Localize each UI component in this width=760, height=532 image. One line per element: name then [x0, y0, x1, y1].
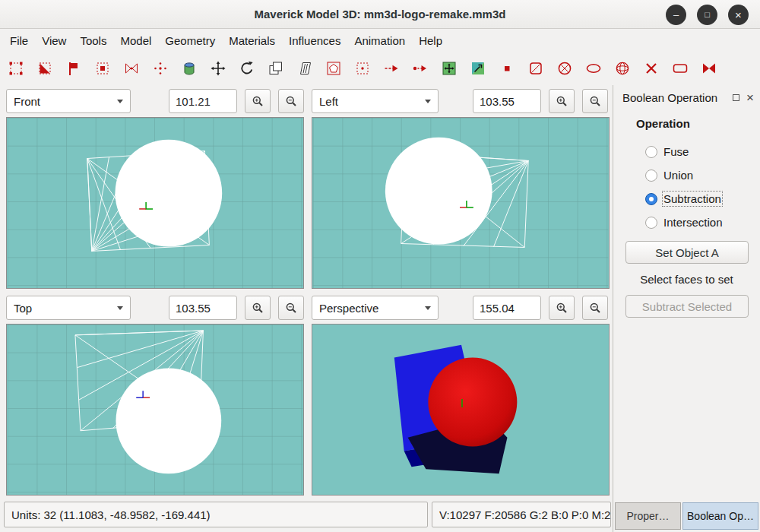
title-bar[interactable]: Maverick Model 3D: mm3d-logo-remake.mm3d…: [0, 0, 760, 29]
view-select-top[interactable]: Top: [6, 296, 131, 320]
menu-file[interactable]: File: [3, 31, 35, 50]
viewport-canvas-left[interactable]: [312, 117, 610, 289]
select-faces-icon[interactable]: [35, 59, 54, 78]
subtract-selected-button[interactable]: Subtract Selected: [625, 295, 749, 318]
undock-icon[interactable]: [733, 94, 739, 101]
chevron-down-icon: [425, 100, 431, 103]
radio-circle-checked-icon: [645, 193, 657, 205]
radio-circle-icon: [645, 169, 657, 182]
view-select-front[interactable]: Front: [6, 89, 131, 113]
menu-model[interactable]: Model: [113, 31, 158, 50]
view-select-perspective-value: Perspective: [319, 302, 378, 315]
shear-tool-icon[interactable]: [295, 59, 314, 78]
menu-help[interactable]: Help: [412, 31, 449, 50]
edge-turn-tool-icon[interactable]: [410, 59, 429, 78]
select-vertices-icon[interactable]: [6, 59, 25, 78]
zoom-out-icon: [589, 302, 601, 314]
zoom-in-icon: [556, 302, 568, 314]
radio-circle-icon: [645, 217, 657, 229]
extrude-tool-icon[interactable]: [266, 59, 285, 78]
view-select-front-value: Front: [14, 95, 40, 108]
radio-fuse[interactable]: Fuse: [645, 144, 723, 160]
menu-animation[interactable]: Animation: [347, 31, 412, 50]
minimize-icon: –: [673, 10, 679, 20]
zoom-in-button-left[interactable]: [549, 89, 575, 113]
create-cube-icon[interactable]: [526, 59, 545, 78]
viewport-canvas-top[interactable]: [6, 324, 304, 496]
viewport-canvas-front[interactable]: [6, 117, 304, 289]
maximize-button[interactable]: □: [697, 5, 717, 25]
zoom-in-button-top[interactable]: [245, 296, 271, 320]
zoom-in-button-front[interactable]: [245, 89, 271, 113]
status-stats-text: V:10297 F:20586 G:2 B:0 P:0 M:2: [439, 508, 610, 521]
menu-tools[interactable]: Tools: [73, 31, 113, 50]
window-title: Maverick Model 3D: mm3d-logo-remake.mm3d: [255, 8, 506, 21]
operation-section-label: Operation: [636, 117, 690, 130]
viewport-canvas-perspective[interactable]: [312, 324, 610, 496]
zoom-out-button-left[interactable]: [582, 89, 608, 113]
radio-union-label: Union: [663, 169, 693, 182]
zoom-out-button-front[interactable]: [278, 89, 304, 113]
chevron-down-icon: [425, 306, 431, 310]
operation-radio-group: Fuse Union Subtraction Intersection: [645, 144, 723, 238]
select-groups-icon[interactable]: [93, 59, 112, 78]
panel-title: Boolean Operation: [622, 91, 726, 104]
zoom-input-perspective[interactable]: [473, 296, 541, 320]
zoom-out-button-perspective[interactable]: [582, 296, 608, 320]
zoom-out-icon: [589, 95, 601, 107]
view-select-left-value: Left: [319, 95, 338, 108]
background-scale-tool-icon[interactable]: [468, 59, 487, 78]
zoom-input-left[interactable]: [473, 89, 541, 113]
select-projections-icon[interactable]: [179, 59, 198, 78]
set-object-a-button[interactable]: Set Object A: [625, 241, 749, 264]
create-ellipsoid-icon[interactable]: [584, 59, 603, 78]
status-units-text: Units: 32 (11.1083, -48.9582, -169.441): [11, 508, 211, 521]
create-geosphere-icon[interactable]: [613, 59, 632, 78]
view-select-left[interactable]: Left: [312, 89, 439, 113]
zoom-input-front[interactable]: [169, 89, 237, 113]
drag-vertex-tool-icon[interactable]: [382, 59, 401, 78]
menu-influences[interactable]: Influences: [282, 31, 347, 50]
zoom-in-button-perspective[interactable]: [549, 296, 575, 320]
delete-tool-icon[interactable]: [641, 59, 660, 78]
close-icon: ×: [735, 9, 742, 21]
radio-union[interactable]: Union: [645, 167, 723, 183]
panel-close-icon[interactable]: ×: [746, 91, 754, 104]
zoom-in-icon: [252, 95, 264, 107]
radio-fuse-label: Fuse: [663, 145, 689, 158]
menu-view[interactable]: View: [35, 31, 73, 50]
chevron-down-icon: [117, 306, 123, 310]
minimize-button[interactable]: –: [666, 5, 686, 25]
panel-header: Boolean Operation ×: [622, 91, 754, 104]
zoom-out-button-top[interactable]: [278, 296, 304, 320]
rotate-tool-icon[interactable]: [237, 59, 256, 78]
status-model-stats: V:10297 F:20586 G:2 B:0 P:0 M:2: [432, 502, 611, 527]
vertex-tool-icon[interactable]: [353, 59, 372, 78]
zoom-in-icon: [252, 302, 264, 314]
make-face-tool-icon[interactable]: [497, 59, 516, 78]
tab-properties[interactable]: Proper…: [615, 502, 681, 530]
radio-subtraction[interactable]: Subtraction: [645, 191, 723, 207]
status-units: Units: 32 (11.1083, -48.9582, -169.441): [4, 502, 428, 527]
menu-materials[interactable]: Materials: [222, 31, 282, 50]
select-bone-joints-icon[interactable]: [122, 59, 141, 78]
background-move-tool-icon[interactable]: [439, 59, 458, 78]
zoom-out-icon: [285, 302, 297, 314]
select-points-icon[interactable]: [150, 59, 169, 78]
zoom-input-top[interactable]: [169, 296, 237, 320]
select-connected-icon[interactable]: [64, 59, 83, 78]
create-sphere-icon[interactable]: [555, 59, 574, 78]
menu-geometry[interactable]: Geometry: [158, 31, 222, 50]
move-tool-icon[interactable]: [208, 59, 227, 78]
app-window: Maverick Model 3D: mm3d-logo-remake.mm3d…: [0, 0, 760, 532]
polygon-tool-icon[interactable]: [324, 59, 343, 78]
close-button[interactable]: ×: [728, 5, 749, 25]
tab-boolean-operation[interactable]: Boolean Op…: [682, 502, 758, 530]
view-select-top-value: Top: [14, 302, 32, 315]
radio-intersection-label: Intersection: [663, 216, 723, 229]
create-rectangle-icon[interactable]: [670, 59, 689, 78]
view-select-perspective[interactable]: Perspective: [312, 296, 439, 320]
create-torus-icon[interactable]: [699, 59, 718, 78]
radio-intersection[interactable]: Intersection: [645, 214, 723, 230]
zoom-out-icon: [285, 95, 297, 107]
